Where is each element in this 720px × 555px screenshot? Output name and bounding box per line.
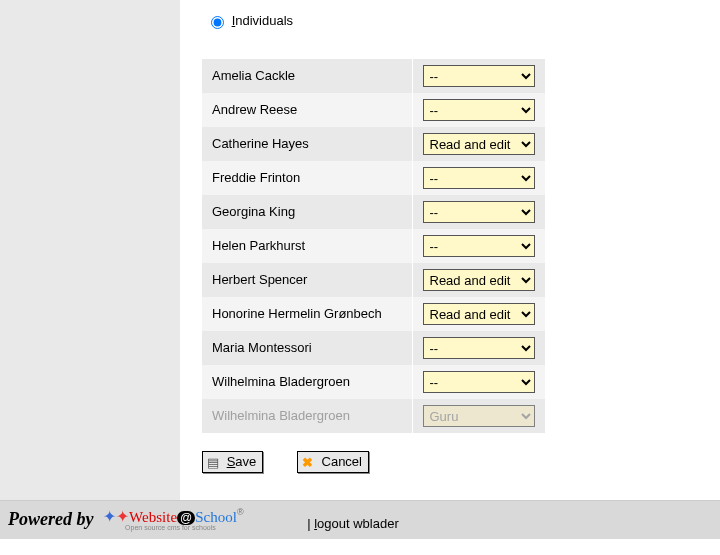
- table-row: Amelia Cackle--Read and editGuru: [202, 59, 545, 93]
- role-select[interactable]: --Read and editGuru: [423, 269, 535, 291]
- user-name-cell: Wilhelmina Bladergroen: [202, 399, 412, 433]
- user-name-cell: Maria Montessori: [202, 331, 412, 365]
- role-select[interactable]: --Read and editGuru: [423, 167, 535, 189]
- user-role-cell: --Read and editGuru: [412, 263, 545, 297]
- role-select[interactable]: --Read and editGuru: [423, 133, 535, 155]
- role-select[interactable]: --Read and editGuru: [423, 235, 535, 257]
- user-name-cell: Andrew Reese: [202, 93, 412, 127]
- puzzle-icon: ✦: [103, 508, 116, 525]
- cancel-button[interactable]: ✖ Cancel: [297, 451, 369, 473]
- user-role-cell: --Read and editGuru: [412, 365, 545, 399]
- document-icon: ▤: [207, 455, 221, 470]
- table-row: Helen Parkhurst--Read and editGuru: [202, 229, 545, 263]
- user-role-cell: --Read and editGuru: [412, 331, 545, 365]
- table-row: Georgina King--Read and editGuru: [202, 195, 545, 229]
- user-role-cell: --Read and editGuru: [412, 59, 545, 93]
- user-name-cell: Helen Parkhurst: [202, 229, 412, 263]
- user-name-cell: Amelia Cackle: [202, 59, 412, 93]
- user-role-cell: --Read and editGuru: [412, 229, 545, 263]
- users-table: Amelia Cackle--Read and editGuruAndrew R…: [202, 59, 545, 433]
- logout-link[interactable]: logout wblader: [314, 516, 399, 531]
- powered-by-label: Powered by: [8, 509, 93, 530]
- individuals-label: Individuals: [232, 13, 293, 28]
- role-select[interactable]: --Read and editGuru: [423, 371, 535, 393]
- sidebar: [0, 0, 180, 500]
- buttons-row: ▤ Save ✖ Cancel: [202, 451, 708, 473]
- user-name-cell: Honorine Hermelin Grønbech: [202, 297, 412, 331]
- footer: Powered by ✦✦Website@School® Open source…: [0, 500, 720, 539]
- user-name-cell: Herbert Spencer: [202, 263, 412, 297]
- cancel-icon: ✖: [302, 455, 316, 470]
- footer-links: | logout wblader: [307, 516, 399, 531]
- user-role-cell: --Read and editGuru: [412, 297, 545, 331]
- user-role-cell: --Read and editGuru: [412, 127, 545, 161]
- role-select: --Read and editGuru: [423, 405, 535, 427]
- role-select[interactable]: --Read and editGuru: [423, 303, 535, 325]
- table-row: Wilhelmina Bladergroen--Read and editGur…: [202, 399, 545, 433]
- table-row: Freddie Frinton--Read and editGuru: [202, 161, 545, 195]
- logo: ✦✦Website@School® Open source cms for sc…: [103, 507, 243, 531]
- table-row: Andrew Reese--Read and editGuru: [202, 93, 545, 127]
- save-button[interactable]: ▤ Save: [202, 451, 263, 473]
- scope-radio-row: Individuals: [206, 12, 708, 29]
- role-select[interactable]: --Read and editGuru: [423, 99, 535, 121]
- user-role-cell: --Read and editGuru: [412, 93, 545, 127]
- role-select[interactable]: --Read and editGuru: [423, 337, 535, 359]
- table-row: Wilhelmina Bladergroen--Read and editGur…: [202, 365, 545, 399]
- table-row: Maria Montessori--Read and editGuru: [202, 331, 545, 365]
- user-name-cell: Freddie Frinton: [202, 161, 412, 195]
- table-row: Herbert Spencer--Read and editGuru: [202, 263, 545, 297]
- role-select[interactable]: --Read and editGuru: [423, 201, 535, 223]
- puzzle-icon-2: ✦: [116, 508, 129, 525]
- table-row: Catherine Hayes--Read and editGuru: [202, 127, 545, 161]
- role-select[interactable]: --Read and editGuru: [423, 65, 535, 87]
- user-role-cell: --Read and editGuru: [412, 399, 545, 433]
- user-name-cell: Catherine Hayes: [202, 127, 412, 161]
- individuals-radio[interactable]: [211, 16, 224, 29]
- user-name-cell: Georgina King: [202, 195, 412, 229]
- content: Individuals Amelia Cackle--Read and edit…: [180, 0, 720, 500]
- user-role-cell: --Read and editGuru: [412, 161, 545, 195]
- user-name-cell: Wilhelmina Bladergroen: [202, 365, 412, 399]
- table-row: Honorine Hermelin Grønbech--Read and edi…: [202, 297, 545, 331]
- user-role-cell: --Read and editGuru: [412, 195, 545, 229]
